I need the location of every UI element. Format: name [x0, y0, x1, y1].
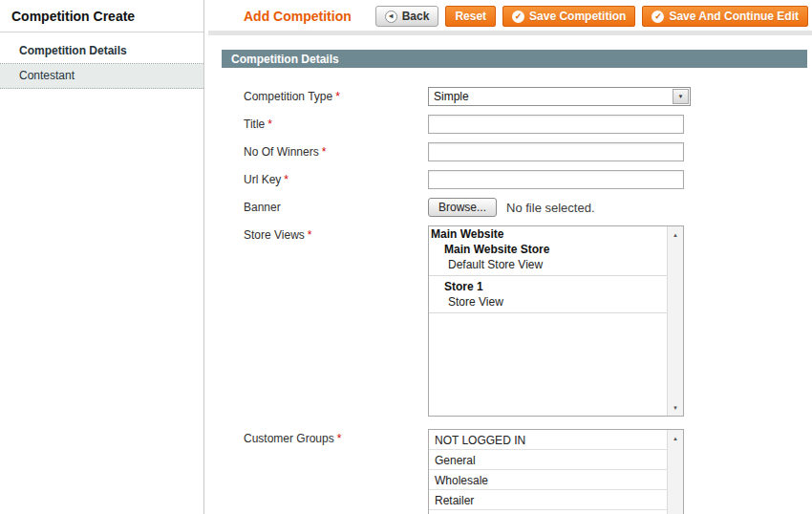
banner-row: Banner Browse... No file selected. [244, 198, 807, 217]
title-row: Title* [244, 115, 807, 134]
scroll-down-icon[interactable]: ▼ [668, 400, 683, 415]
competition-type-select[interactable]: Simple ▼ [428, 87, 691, 106]
scroll-up-icon[interactable]: ▲ [668, 431, 683, 445]
customer-group-option[interactable]: NOT LOGGED IN [429, 430, 667, 450]
title-input[interactable] [428, 115, 684, 134]
scrollbar[interactable]: ▲ ▼ [667, 430, 683, 514]
competition-type-value: Simple [429, 88, 690, 105]
store-views-option[interactable]: Main Website [429, 226, 667, 242]
check-icon: ✓ [652, 11, 664, 23]
store-views-option[interactable]: Default Store View [429, 257, 667, 272]
competition-details-section: Competition Details Competition Type* Si… [222, 50, 807, 514]
customer-group-option[interactable]: General [429, 450, 667, 470]
save-competition-button[interactable]: ✓ Save Competition [502, 6, 635, 27]
option-divider [429, 275, 667, 276]
file-status-text: No file selected. [506, 198, 595, 217]
sidebar-item-contestant[interactable]: Contestant [0, 64, 203, 89]
store-views-select[interactable]: Main Website Main Website Store Default … [428, 225, 684, 417]
save-and-continue-button[interactable]: ✓ Save And Continue Edit [642, 6, 808, 27]
store-views-option[interactable]: Store 1 [429, 279, 667, 294]
no-of-winners-label: No Of Winners* [244, 142, 428, 161]
customer-groups-label: Customer Groups* [244, 429, 428, 514]
customer-group-option[interactable]: Wholesale [429, 470, 667, 490]
content-header: Add Competition ◂ Back Reset ✓ Save Comp… [205, 0, 812, 27]
back-arrow-icon: ◂ [385, 11, 397, 23]
required-marker: * [337, 432, 342, 445]
required-marker: * [267, 118, 272, 131]
fieldset: Competition Type* Simple ▼ Title* No Of … [222, 68, 807, 514]
required-marker: * [284, 173, 288, 186]
reset-button-label: Reset [455, 10, 486, 23]
url-key-row: Url Key* [244, 170, 807, 189]
page-title: Add Competition [244, 6, 352, 24]
customer-groups-select[interactable]: NOT LOGGED IN General Wholesale Retailer… [428, 429, 684, 514]
chevron-down-icon[interactable]: ▼ [673, 89, 689, 104]
sidebar-title: Competition Create [0, 0, 203, 32]
banner-label: Banner [244, 198, 428, 217]
main-content: Add Competition ◂ Back Reset ✓ Save Comp… [205, 0, 812, 514]
action-buttons: ◂ Back Reset ✓ Save Competition ✓ Save A… [375, 6, 808, 27]
header-divider [208, 31, 812, 35]
section-title: Competition Details [231, 53, 339, 66]
sidebar-tabs: Competition Details Contestant [0, 39, 203, 89]
store-views-option[interactable]: Store View [429, 294, 667, 310]
check-icon: ✓ [512, 11, 524, 23]
competition-type-label: Competition Type* [244, 87, 428, 106]
url-key-label: Url Key* [244, 170, 428, 189]
sidebar: Competition Create Competition Details C… [0, 0, 204, 514]
save-continue-button-label: Save And Continue Edit [669, 10, 799, 23]
customer-groups-row: Customer Groups* NOT LOGGED IN General W… [244, 429, 807, 514]
url-key-input[interactable] [428, 170, 684, 189]
no-of-winners-row: No Of Winners* [244, 142, 807, 161]
title-label: Title* [244, 115, 428, 134]
store-views-label: Store Views* [244, 225, 428, 417]
back-button[interactable]: ◂ Back [375, 6, 439, 27]
store-views-option[interactable]: Main Website Store [429, 242, 667, 257]
competition-type-row: Competition Type* Simple ▼ [244, 87, 807, 106]
back-button-label: Back [402, 10, 430, 23]
required-marker: * [308, 228, 312, 242]
required-marker: * [322, 145, 327, 159]
scrollbar[interactable]: ▲ ▼ [667, 226, 683, 416]
no-of-winners-input[interactable] [428, 142, 684, 161]
option-divider [429, 312, 667, 313]
required-marker: * [335, 90, 340, 103]
section-header: Competition Details [222, 50, 807, 68]
reset-button[interactable]: Reset [445, 6, 496, 27]
scroll-up-icon[interactable]: ▲ [668, 227, 683, 242]
store-views-row: Store Views* Main Website Main Website S… [244, 225, 807, 417]
browse-button[interactable]: Browse... [428, 198, 497, 217]
sidebar-item-competition-details[interactable]: Competition Details [0, 39, 203, 64]
save-button-label: Save Competition [529, 10, 626, 23]
customer-group-option[interactable]: Retailer [429, 490, 667, 510]
